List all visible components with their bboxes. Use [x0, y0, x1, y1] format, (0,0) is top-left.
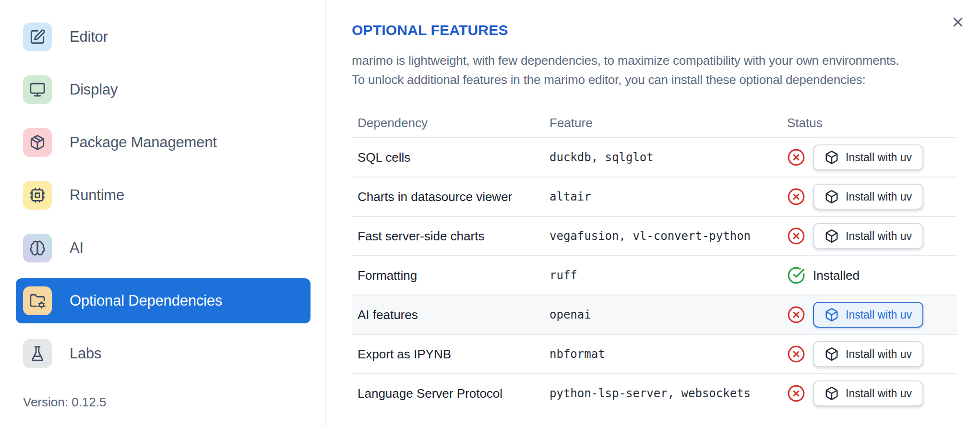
install-with-uv-label: Install with uv [846, 151, 912, 164]
sidebar-item-tile [23, 128, 52, 157]
status-cell: Install with uv [787, 144, 957, 170]
status-icon-wrap [787, 345, 805, 363]
box-icon [825, 386, 839, 401]
table-row: Formatting ruff Installed [352, 256, 957, 296]
status-cell: Installed [787, 266, 957, 285]
feature-cell: altair [550, 190, 787, 203]
circle-x-icon [787, 148, 805, 166]
sidebar-item-label: Editor [70, 28, 108, 46]
table-header: Dependency Feature Status [352, 108, 957, 138]
circle-x-icon [787, 227, 805, 245]
optional-features-panel: OPTIONAL FEATURES marimo is lightweight,… [326, 0, 980, 427]
sidebar-item-display[interactable]: Display [16, 67, 311, 112]
dependency-cell: Language Server Protocol [352, 386, 550, 401]
circle-x-icon [787, 188, 805, 206]
sidebar-item-label: Labs [70, 345, 101, 362]
box-icon [825, 190, 839, 204]
install-with-uv-label: Install with uv [846, 230, 912, 243]
status-cell: Install with uv [787, 184, 957, 210]
circle-check-icon [787, 266, 805, 285]
status-icon-wrap [787, 306, 805, 324]
square-pen-icon [29, 29, 46, 45]
install-with-uv-button[interactable]: Install with uv [813, 223, 923, 249]
sidebar-item-tile [23, 339, 52, 368]
flask-icon [29, 345, 46, 362]
settings-dialog: Editor Display Package Management Runtim… [0, 0, 980, 427]
status-cell: Install with uv [787, 380, 957, 406]
install-with-uv-label: Install with uv [846, 348, 912, 361]
install-with-uv-label: Install with uv [846, 190, 912, 203]
sidebar-item-label: Package Management [70, 134, 217, 151]
circle-x-icon [787, 306, 805, 324]
description: marimo is lightweight, with few dependen… [352, 51, 980, 89]
box-icon [825, 347, 839, 361]
sidebar-item-label: Runtime [70, 187, 124, 204]
dependency-cell: Export as IPYNB [352, 347, 550, 362]
status-icon-wrap [787, 148, 805, 166]
sidebar-item-label: Optional Dependencies [70, 292, 222, 309]
sidebar-item-tile [23, 75, 52, 104]
sidebar-item-optional-dependencies[interactable]: Optional Dependencies [16, 278, 311, 323]
sidebar-item-editor[interactable]: Editor [16, 14, 311, 59]
folder-cog-icon [29, 293, 46, 309]
sidebar-item-tile [23, 286, 52, 315]
install-with-uv-button[interactable]: Install with uv [813, 184, 923, 210]
version-label: Version: 0.12.5 [23, 395, 106, 410]
status-icon-wrap [787, 384, 805, 403]
monitor-icon [29, 82, 46, 98]
column-header-dependency: Dependency [352, 116, 550, 130]
table-row: SQL cells duckdb, sqlglot Install with u… [352, 138, 957, 178]
table-row: Fast server-side charts vegafusion, vl-c… [352, 217, 957, 256]
sidebar-item-runtime[interactable]: Runtime [16, 173, 311, 218]
feature-cell: duckdb, sqlglot [550, 151, 787, 164]
description-line-1: marimo is lightweight, with few dependen… [352, 53, 899, 68]
dependency-cell: Fast server-side charts [352, 229, 550, 244]
sidebar-item-label: Display [70, 81, 118, 98]
circle-x-icon [787, 384, 805, 403]
column-header-feature: Feature [550, 116, 787, 130]
install-with-uv-label: Install with uv [846, 387, 912, 400]
feature-cell: ruff [550, 269, 787, 282]
install-with-uv-label: Install with uv [846, 308, 912, 321]
table-body: SQL cells duckdb, sqlglot Install with u… [352, 138, 957, 413]
table-row: Language Server Protocol python-lsp-serv… [352, 374, 957, 413]
sidebar-item-labs[interactable]: Labs [16, 331, 311, 376]
sidebar-item-package-management[interactable]: Package Management [16, 120, 311, 165]
install-with-uv-button[interactable]: Install with uv [813, 144, 923, 170]
sidebar-item-tile [23, 23, 52, 51]
sidebar: Editor Display Package Management Runtim… [0, 0, 326, 427]
sidebar-item-tile [23, 234, 52, 262]
table-row: Charts in datasource viewer altair Insta… [352, 178, 957, 217]
box-icon [825, 229, 839, 243]
close-icon [950, 14, 966, 30]
status-cell: Install with uv [787, 341, 957, 367]
dependency-cell: Formatting [352, 268, 550, 283]
close-button[interactable] [947, 12, 968, 33]
feature-cell: python-lsp-server, websockets [550, 387, 787, 400]
status-icon-wrap [787, 227, 805, 245]
installed-label: Installed [813, 268, 860, 283]
cpu-icon [29, 187, 46, 203]
table-row: Export as IPYNB nbformat Install with uv [352, 335, 957, 374]
sidebar-nav: Editor Display Package Management Runtim… [16, 14, 325, 376]
table-row: AI features openai Install with uv [352, 296, 957, 335]
install-with-uv-button[interactable]: Install with uv [813, 302, 923, 328]
circle-x-icon [787, 345, 805, 363]
sidebar-item-ai[interactable]: AI [16, 225, 311, 271]
page-title: OPTIONAL FEATURES [352, 22, 980, 38]
dependency-cell: AI features [352, 308, 550, 322]
brain-icon [29, 240, 46, 256]
box-icon [825, 308, 839, 322]
description-line-2: To unlock additional features in the mar… [352, 72, 866, 87]
install-with-uv-button[interactable]: Install with uv [813, 380, 923, 406]
feature-cell: openai [550, 308, 787, 321]
status-cell: Install with uv [787, 302, 957, 328]
status-cell: Install with uv [787, 223, 957, 249]
column-header-status: Status [787, 116, 957, 130]
package-icon [29, 134, 46, 151]
install-with-uv-button[interactable]: Install with uv [813, 341, 923, 367]
dependencies-table: Dependency Feature Status SQL cells duck… [352, 108, 957, 413]
feature-cell: vegafusion, vl-convert-python [550, 229, 787, 243]
dependency-cell: SQL cells [352, 150, 550, 165]
status-icon-wrap [787, 266, 805, 285]
